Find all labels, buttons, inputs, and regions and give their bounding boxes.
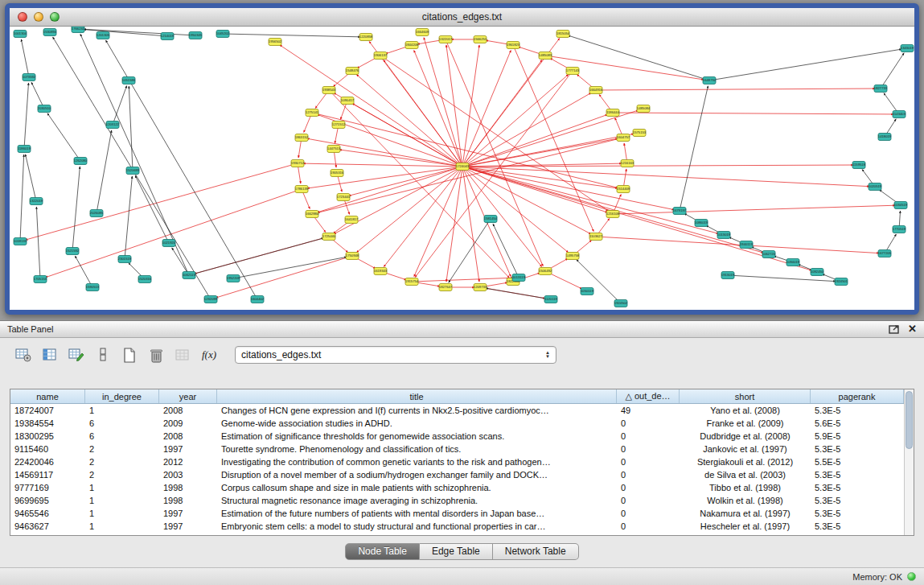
graph-node[interactable]: 1159518: [852, 162, 866, 169]
citation-edge-black[interactable]: [577, 260, 621, 303]
citation-edge-red[interactable]: [462, 167, 542, 267]
citation-edge-red[interactable]: [412, 278, 513, 282]
network-canvas[interactable]: 1724043121616316047571186444166491617771…: [10, 27, 914, 310]
graph-node[interactable]: 1905316: [331, 170, 344, 177]
graph-node[interactable]: 1770519: [893, 226, 906, 233]
import-table-icon[interactable]: [172, 345, 193, 365]
graph-node[interactable]: 1863152: [295, 134, 309, 142]
graph-node[interactable]: 1940119: [740, 241, 754, 249]
graph-node[interactable]: 1050119: [581, 288, 594, 295]
close-panel-icon[interactable]: ✕: [908, 324, 917, 334]
graph-node[interactable]: 1062115: [183, 272, 196, 279]
citation-edge-black[interactable]: [129, 86, 133, 171]
tab-edge-table[interactable]: Edge Table: [420, 543, 493, 560]
graph-node[interactable]: 2026085: [90, 210, 104, 217]
column-chooser-icon[interactable]: [39, 345, 60, 365]
column-header[interactable]: in_degree: [85, 389, 159, 403]
citation-edge-black[interactable]: [47, 113, 80, 161]
graph-node[interactable]: 1232099: [204, 296, 218, 303]
citation-edge-red[interactable]: [596, 89, 875, 90]
table-row[interactable]: 911546021997Tourette syndrome. Phenomeno…: [10, 443, 904, 455]
graph-node[interactable]: 1924501: [835, 278, 848, 286]
graph-node[interactable]: 1815054: [556, 31, 570, 38]
citation-edge-red[interactable]: [352, 103, 462, 167]
graph-node[interactable]: 1956502: [269, 39, 282, 46]
graph-node[interactable]: 1220858: [359, 34, 373, 41]
graph-node[interactable]: 1485083: [539, 52, 552, 60]
graph-node[interactable]: 1051586: [122, 77, 136, 84]
citation-edge-black[interactable]: [223, 34, 360, 37]
citation-edge-black[interactable]: [75, 256, 92, 287]
graph-node[interactable]: 1662884: [306, 211, 319, 218]
citation-edge-red[interactable]: [280, 45, 462, 167]
graph-node[interactable]: 1485084: [637, 105, 651, 113]
graph-node[interactable]: 1938543: [322, 87, 336, 94]
citation-edge-black[interactable]: [569, 35, 709, 80]
graph-node[interactable]: 2301519: [118, 256, 132, 263]
graph-node[interactable]: 1103627: [589, 233, 603, 241]
graph-node[interactable]: 1013119: [512, 274, 526, 282]
tab-network-table[interactable]: Network Table: [493, 543, 579, 560]
edit-table-icon[interactable]: [66, 345, 87, 365]
citation-edge-black[interactable]: [680, 86, 708, 211]
citation-edge-red[interactable]: [46, 189, 302, 278]
graph-node[interactable]: 1214019: [161, 33, 175, 40]
citation-edge-red[interactable]: [462, 110, 638, 167]
select-rows-icon[interactable]: [92, 345, 113, 365]
citation-edge-red[interactable]: [356, 75, 462, 167]
graph-node[interactable]: 1086019: [695, 220, 708, 227]
column-header[interactable]: name: [10, 389, 85, 403]
column-header[interactable]: title: [217, 389, 617, 403]
citation-edge-black[interactable]: [26, 154, 36, 201]
graph-node[interactable]: 1924502: [614, 300, 628, 307]
graph-node[interactable]: 1575153: [633, 130, 647, 137]
column-header[interactable]: short: [680, 389, 811, 403]
graph-node[interactable]: 1766232: [72, 27, 85, 33]
citation-edge-red[interactable]: [462, 75, 569, 167]
graph-node[interactable]: 1120119: [544, 296, 558, 303]
citation-edge-red[interactable]: [307, 167, 462, 188]
graph-node[interactable]: 1045202: [216, 31, 230, 38]
delete-table-icon[interactable]: [146, 345, 166, 365]
table-row[interactable]: 969969511998Structural magnetic resonanc…: [10, 494, 904, 507]
graph-node[interactable]: 1418019: [878, 134, 892, 141]
graph-node[interactable]: 1322019: [30, 198, 43, 205]
citation-edge-black[interactable]: [486, 288, 551, 299]
graph-node[interactable]: 1664609: [416, 29, 429, 36]
table-row[interactable]: 1830029562008Estimation of significance …: [10, 430, 904, 443]
graph-node[interactable]: 1203122: [106, 122, 120, 129]
graph-node[interactable]: 1186019: [18, 146, 31, 153]
citation-edge-red[interactable]: [462, 167, 869, 187]
minimize-window-button[interactable]: [34, 12, 43, 22]
citation-edge-black[interactable]: [125, 176, 132, 259]
table-row[interactable]: 1456911722003Disruption of a novel membe…: [10, 468, 904, 481]
graph-node[interactable]: 1725440: [322, 233, 336, 241]
graph-node[interactable]: 1777143: [566, 68, 580, 75]
graph-node[interactable]: 1013019: [717, 232, 731, 239]
float-panel-icon[interactable]: [889, 324, 900, 334]
citation-edge-black[interactable]: [21, 39, 29, 77]
new-file-icon[interactable]: [119, 345, 140, 365]
citation-edge-black[interactable]: [135, 175, 169, 243]
graph-node[interactable]: 1677205: [878, 250, 892, 257]
graph-node[interactable]: 1844208: [405, 42, 419, 49]
citation-edge-red[interactable]: [613, 205, 895, 214]
graph-node[interactable]: 1020519: [869, 183, 882, 191]
graph-node[interactable]: 1186444: [606, 109, 620, 117]
citation-edge-red[interactable]: [513, 45, 593, 232]
citation-edge-red[interactable]: [462, 114, 607, 167]
window-titlebar[interactable]: citations_edges.txt: [10, 8, 914, 27]
graph-node[interactable]: 1322017: [439, 36, 453, 43]
graph-node[interactable]: 1548476: [346, 68, 359, 75]
graph-node[interactable]: 1447513: [327, 146, 341, 153]
graph-node[interactable]: 1092450: [811, 269, 824, 276]
table-row[interactable]: 946554611997Estimation of the future num…: [10, 507, 904, 520]
graph-node[interactable]: 1590513: [86, 284, 100, 291]
citation-edge-black[interactable]: [72, 167, 80, 251]
citation-edge-red[interactable]: [462, 167, 607, 212]
graph-node[interactable]: 1679197: [673, 208, 687, 215]
citation-edge-red[interactable]: [462, 167, 763, 253]
citation-edge-red[interactable]: [334, 167, 462, 234]
graph-node[interactable]: 1216163: [621, 160, 634, 167]
graph-node[interactable]: 1271512: [332, 122, 346, 129]
